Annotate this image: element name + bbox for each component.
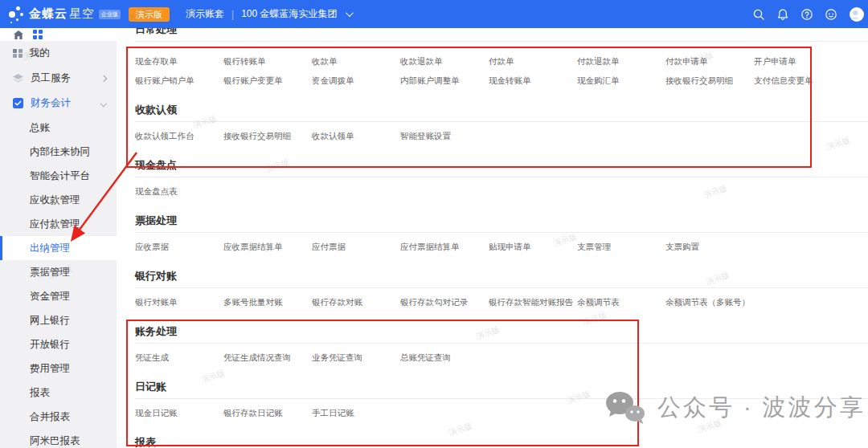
section-title: 现金盘点 — [135, 159, 868, 177]
notification-bell-icon[interactable] — [776, 8, 789, 21]
sidebar-item-mine[interactable]: 我的 — [0, 41, 117, 66]
divider: | — [231, 9, 234, 20]
sidebar-subitem-cashier-management[interactable]: 出纳管理 — [0, 236, 117, 260]
menu-link[interactable]: 收款认领工作台 — [135, 131, 223, 142]
menu-link[interactable]: 收款退款单 — [400, 56, 489, 67]
menu-link[interactable]: 现金购汇单 — [577, 75, 665, 87]
menu-link[interactable]: 业务凭证查询 — [312, 352, 400, 364]
menu-link[interactable]: 现金存取单 — [135, 56, 223, 67]
menu-row: 凭证生成 凭证生成情况查询 业务凭证查询 总账凭证查询 — [135, 348, 868, 368]
menu-link[interactable]: 银行存款对账 — [312, 297, 400, 308]
account-set-label: 演示账套 — [186, 7, 224, 21]
sidebar-item-label: 员工服务 — [31, 71, 71, 85]
menu-link[interactable]: 银行存款勾对记录 — [400, 297, 489, 308]
section-bill-processing: 票据处理 应收票据 应收票据结算单 应付票据 应付票据结算单 贴现申请单 支票管… — [135, 214, 868, 257]
sidebar-subitem-reports[interactable]: 报表 — [0, 381, 117, 405]
section-title: 账务处理 — [135, 325, 868, 344]
chevron-down-icon — [346, 9, 354, 17]
account-switcher[interactable]: 演示账套 | 100 金蝶蓝海实业集团 — [186, 7, 351, 21]
menu-link[interactable]: 应付票据 — [312, 242, 400, 253]
sidebar-subitem-receivables[interactable]: 应收款管理 — [0, 188, 117, 212]
menu-row: 现金日记账 银行存款日记账 手工日记账 — [135, 404, 868, 423]
menu-link[interactable]: 接收银行交易明细 — [223, 131, 312, 142]
menu-link[interactable]: 银行账户销户单 — [135, 75, 223, 87]
sidebar-subitem-consolidated-reports[interactable]: 合并报表 — [0, 405, 117, 429]
home-icon[interactable] — [14, 31, 23, 39]
section-title: 报表 — [135, 436, 868, 448]
menu-link[interactable]: 付款申请单 — [665, 56, 754, 67]
sidebar-subitem-payables[interactable]: 应付款管理 — [0, 212, 117, 236]
help-icon[interactable] — [800, 8, 813, 21]
menu-link[interactable]: 余额调节表 — [577, 297, 665, 308]
user-avatar[interactable] — [849, 6, 865, 22]
sidebar-subitem-online-banking[interactable]: 网上银行 — [0, 308, 117, 332]
menu-row: 银行账户销户单 银行账户变更单 资金调拨单 内部账户调整单 现金转账单 现金购汇… — [135, 71, 868, 91]
menu-link[interactable]: 支付信息变更单 — [754, 75, 842, 87]
sidebar-subitem-internal-collab[interactable]: 内部往来协同 — [0, 140, 117, 164]
chevron-right-icon — [100, 75, 106, 82]
menu-link[interactable]: 贴现申请单 — [489, 242, 577, 253]
menu-link[interactable]: 现金转账单 — [489, 75, 577, 87]
menu-link[interactable]: 凭证生成 — [135, 352, 223, 364]
section-daily-processing: 日常处理 现金存取单 银行转账单 收款单 收款退款单 付款单 付款退款单 付款申… — [135, 28, 868, 91]
sidebar-subitem-fund-management[interactable]: 资金管理 — [0, 284, 117, 308]
menu-link[interactable]: 内部账户调整单 — [400, 75, 489, 87]
menu-link[interactable]: 接收银行交易明细 — [665, 75, 754, 87]
sidebar-subitem-expense-management[interactable]: 费用管理 — [0, 356, 117, 381]
section-title: 银行对账 — [135, 270, 868, 288]
menu-row: 银行对账单 多账号批量对账 银行存款对账 银行存款勾对记录 银行存款智能对账报告… — [135, 293, 868, 312]
menu-row: 应收票据 应收票据结算单 应付票据 应付票据结算单 贴现申请单 支票管理 支票购… — [135, 238, 868, 257]
sidebar-subitem-bill-management[interactable]: 票据管理 — [0, 260, 117, 284]
menu-link[interactable]: 银行转账单 — [223, 56, 312, 67]
section-title: 票据处理 — [135, 214, 868, 233]
sidebar-subitem-amoeba-reports[interactable]: 阿米巴报表 — [0, 429, 117, 448]
section-title: 日常处理 — [135, 28, 868, 42]
menu-link[interactable]: 现金日记账 — [135, 408, 223, 419]
menu-link[interactable]: 支票购置 — [665, 242, 754, 253]
menu-link[interactable]: 应付票据结算单 — [400, 242, 489, 253]
section-voucher-processing: 账务处理 凭证生成 凭证生成情况查询 业务凭证查询 总账凭证查询 — [135, 325, 868, 368]
menu-link[interactable]: 手工日记账 — [312, 408, 400, 419]
menu-link[interactable]: 总账凭证查询 — [400, 352, 489, 364]
menu-link[interactable]: 资金调拨单 — [312, 75, 400, 87]
section-bank-reconciliation: 银行对账 银行对账单 多账号批量对账 银行存款对账 银行存款勾对记录 银行存款智… — [135, 270, 868, 312]
main-content: 日常处理 现金存取单 银行转账单 收款单 收款退款单 付款单 付款退款单 付款申… — [117, 28, 868, 448]
menu-link[interactable]: 收款单 — [312, 56, 400, 67]
sidebar-item-employee-services[interactable]: 员工服务 — [0, 66, 117, 91]
organization-name: 100 金蝶蓝海实业集团 — [241, 7, 337, 21]
sidebar-quick-nav — [0, 28, 117, 41]
menu-link[interactable]: 智能登账设置 — [400, 131, 489, 142]
menu-link[interactable]: 凭证生成情况查询 — [223, 352, 312, 364]
search-icon[interactable] — [752, 8, 765, 21]
menu-link[interactable]: 银行账户变更单 — [223, 75, 312, 87]
top-bar: 金蝶云 星空 企业版 演示版 演示账套 | 100 金蝶蓝海实业集团 — [0, 0, 868, 28]
menu-link[interactable]: 付款单 — [489, 56, 577, 67]
sidebar-item-label: 我的 — [30, 47, 50, 60]
menu-link[interactable]: 现金盘点表 — [135, 186, 223, 198]
kingdee-logo-icon — [6, 4, 27, 25]
menu-link[interactable]: 应收票据 — [135, 242, 223, 253]
menu-link[interactable]: 开户申请单 — [754, 56, 842, 67]
menu-link[interactable]: 多账号批量对账 — [223, 297, 312, 308]
menu-link[interactable]: 收款认领单 — [312, 131, 400, 142]
menu-row: 现金盘点表 — [135, 182, 868, 202]
menu-link[interactable]: 银行对账单 — [135, 297, 223, 308]
assistant-icon[interactable] — [825, 8, 837, 21]
apps-grid-icon[interactable] — [33, 30, 43, 39]
sidebar-subitem-general-ledger[interactable]: 总账 — [0, 116, 117, 140]
product-name-suffix: 星空 — [69, 6, 95, 22]
sidebar-subitem-smart-accounting[interactable]: 智能会计平台 — [0, 164, 117, 188]
menu-link[interactable]: 付款退款单 — [577, 56, 665, 67]
section-title: 收款认领 — [135, 104, 868, 122]
product-name: 金蝶云 — [29, 6, 68, 22]
section-reports: 报表 — [135, 436, 868, 448]
menu-link[interactable]: 余额调节表（多账号） — [665, 297, 754, 308]
menu-link[interactable]: 应收票据结算单 — [223, 242, 312, 253]
sidebar-subitem-open-banking[interactable]: 开放银行 — [0, 332, 117, 356]
menu-link[interactable]: 支票管理 — [577, 242, 665, 253]
menu-link[interactable]: 银行存款智能对账报告 — [489, 297, 577, 308]
sidebar-item-financial-accounting[interactable]: 财务会计 — [0, 91, 117, 116]
menu-link[interactable]: 银行存款日记账 — [223, 408, 312, 419]
layers-icon — [13, 74, 23, 83]
check-square-icon — [13, 98, 23, 108]
